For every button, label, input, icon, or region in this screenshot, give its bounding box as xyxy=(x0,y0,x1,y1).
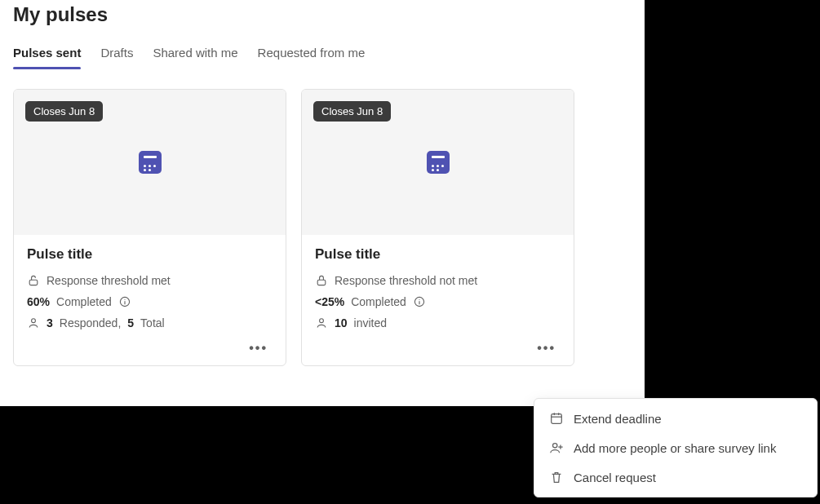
person-icon xyxy=(27,316,40,329)
completion-value: <25% xyxy=(315,295,344,308)
people-row: 3 Responded, 5 Total xyxy=(27,316,273,329)
responded-count: 3 xyxy=(47,316,53,329)
threshold-row: Response threshold not met xyxy=(315,274,561,287)
more-actions-button[interactable]: ••• xyxy=(532,338,561,357)
cards-container: Closes Jun 8 Pulse title Response thresh… xyxy=(13,76,632,366)
pulse-title: Pulse title xyxy=(315,246,561,263)
pulse-icon xyxy=(139,151,162,174)
people-row: 10 invited xyxy=(315,316,561,329)
pulse-icon xyxy=(427,151,450,174)
svg-rect-10 xyxy=(552,414,562,424)
threshold-text: Response threshold not met xyxy=(335,274,477,287)
svg-point-4 xyxy=(32,319,36,323)
close-badge: Closes Jun 8 xyxy=(25,101,103,122)
card-hero: Closes Jun 8 xyxy=(302,90,574,235)
lock-open-icon xyxy=(27,274,40,287)
close-badge: Closes Jun 8 xyxy=(313,101,391,122)
people-add-icon xyxy=(549,440,564,455)
info-icon[interactable] xyxy=(118,295,131,308)
completion-label: Completed xyxy=(56,295,112,308)
more-actions-button[interactable]: ••• xyxy=(244,338,273,357)
pulse-card[interactable]: Closes Jun 8 Pulse title Response thresh… xyxy=(301,89,574,366)
responded-label: Responded, xyxy=(60,316,122,329)
pulse-title: Pulse title xyxy=(27,246,273,263)
tab-pulses-sent[interactable]: Pulses sent xyxy=(13,39,81,66)
pulse-card[interactable]: Closes Jun 8 Pulse title Response thresh… xyxy=(13,89,286,366)
threshold-row: Response threshold met xyxy=(27,274,273,287)
info-icon[interactable] xyxy=(413,295,426,308)
lock-closed-icon xyxy=(315,274,328,287)
person-icon xyxy=(315,316,328,329)
menu-item-label: Extend deadline xyxy=(574,412,662,426)
calendar-icon xyxy=(549,411,564,426)
menu-add-people[interactable]: Add more people or share survey link xyxy=(534,433,817,462)
threshold-text: Response threshold met xyxy=(47,274,171,287)
completion-row: 60% Completed xyxy=(27,295,273,308)
context-menu: Extend deadline Add more people or share… xyxy=(534,398,818,497)
completion-label: Completed xyxy=(351,295,406,308)
svg-rect-5 xyxy=(317,280,326,285)
svg-rect-0 xyxy=(29,280,38,285)
total-label: Total xyxy=(140,316,165,329)
svg-point-14 xyxy=(553,444,557,448)
card-hero: Closes Jun 8 xyxy=(14,90,286,235)
tab-drafts[interactable]: Drafts xyxy=(100,39,133,66)
invited-count: 10 xyxy=(335,316,348,329)
menu-item-label: Add more people or share survey link xyxy=(574,441,776,455)
completion-row: <25% Completed xyxy=(315,295,561,308)
trash-icon xyxy=(549,470,564,484)
completion-value: 60% xyxy=(27,295,50,308)
total-count: 5 xyxy=(127,316,134,329)
menu-extend-deadline[interactable]: Extend deadline xyxy=(534,404,817,433)
svg-point-3 xyxy=(124,299,125,300)
svg-point-9 xyxy=(320,319,324,323)
invited-label: invited xyxy=(354,316,387,329)
tab-shared-with-me[interactable]: Shared with me xyxy=(153,39,237,66)
tab-requested-from-me[interactable]: Requested from me xyxy=(258,39,366,66)
menu-item-label: Cancel request xyxy=(574,471,656,484)
page-title: My pulses xyxy=(13,0,632,39)
tabs: Pulses sent Drafts Shared with me Reques… xyxy=(13,39,632,76)
svg-point-8 xyxy=(419,299,419,300)
menu-cancel-request[interactable]: Cancel request xyxy=(534,462,817,492)
